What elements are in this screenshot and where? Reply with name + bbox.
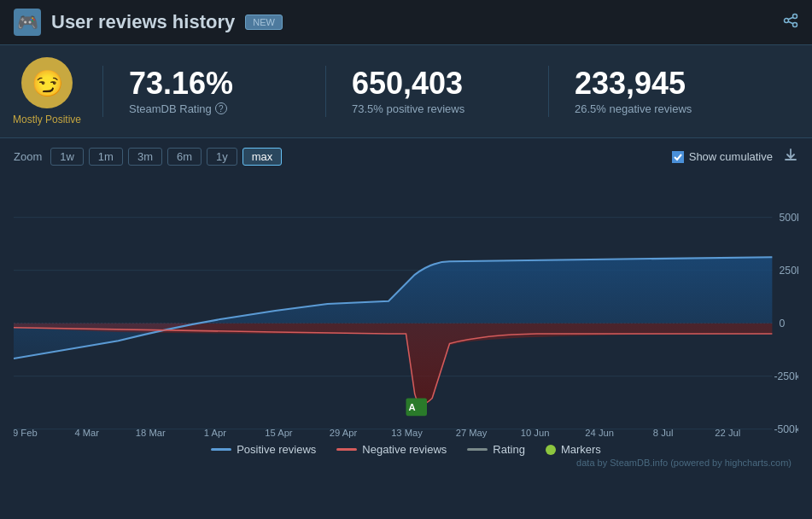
- info-icon[interactable]: ?: [215, 102, 227, 114]
- page-header: 🎮 User reviews history NEW: [0, 0, 812, 45]
- svg-text:29 Apr: 29 Apr: [330, 428, 358, 438]
- svg-point-0: [793, 15, 797, 19]
- cumulative-label: Show cumulative: [689, 150, 773, 163]
- download-icon[interactable]: [783, 147, 798, 166]
- svg-text:18 Mar: 18 Mar: [136, 428, 166, 438]
- chart-top-right: Show cumulative: [672, 147, 798, 166]
- steamdb-rating-label: SteamDB Rating ?: [129, 102, 300, 115]
- legend-negative-label: Negative reviews: [362, 443, 447, 456]
- positive-area: [14, 257, 772, 359]
- zoom-max[interactable]: max: [242, 148, 283, 166]
- svg-text:-500k: -500k: [774, 423, 798, 435]
- page-title: User reviews history: [51, 11, 235, 33]
- svg-point-2: [793, 23, 797, 27]
- chart-section: Zoom 1w 1m 3m 6m 1y max Show cumulative: [0, 138, 812, 476]
- zoom-3m[interactable]: 3m: [128, 148, 162, 166]
- stat-divider-1: [102, 66, 103, 117]
- negative-reviews-block: 233,945 26.5% negative reviews: [575, 68, 745, 115]
- svg-text:13 May: 13 May: [391, 428, 423, 438]
- positive-reviews-block: 650,403 73.5% positive reviews: [352, 68, 523, 115]
- svg-text:8 Jul: 8 Jul: [653, 428, 674, 438]
- zoom-label: Zoom: [14, 150, 42, 163]
- new-badge: NEW: [245, 15, 283, 30]
- chart-controls: Zoom 1w 1m 3m 6m 1y max Show cumulative: [14, 147, 798, 166]
- rating-label: Mostly Positive: [13, 114, 81, 125]
- svg-point-1: [785, 19, 789, 23]
- svg-text:-250k: -250k: [774, 370, 798, 382]
- stats-row: 😏 Mostly Positive 73.16% SteamDB Rating …: [0, 45, 812, 138]
- legend-markers-dot: [546, 445, 556, 455]
- share-icon[interactable]: [783, 13, 798, 32]
- rating-emoji: 😏: [21, 57, 73, 108]
- zoom-row: Zoom 1w 1m 3m 6m 1y max: [14, 148, 282, 166]
- legend-positive: Positive reviews: [211, 443, 316, 456]
- svg-text:10 Jun: 10 Jun: [521, 428, 550, 438]
- svg-text:0: 0: [780, 318, 786, 329]
- positive-count: 650,403: [352, 68, 523, 99]
- steamdb-rating-value: 73.16%: [129, 68, 300, 99]
- svg-text:19 Feb: 19 Feb: [14, 428, 38, 438]
- legend-markers-label: Markers: [561, 443, 601, 456]
- zoom-1y[interactable]: 1y: [207, 148, 237, 166]
- legend-rating: Rating: [467, 443, 525, 456]
- chart-container: 500k 250k 0 -250k -500k: [14, 173, 798, 438]
- svg-line-4: [788, 21, 793, 24]
- legend-negative-line: [336, 448, 357, 451]
- cumulative-checkbox[interactable]: [672, 151, 684, 163]
- legend-rating-label: Rating: [493, 443, 525, 456]
- rating-emoji-block: 😏 Mostly Positive: [17, 57, 77, 125]
- legend-markers: Markers: [546, 443, 601, 456]
- positive-pct-label: 73.5% positive reviews: [352, 102, 523, 115]
- svg-text:15 Apr: 15 Apr: [265, 428, 293, 438]
- zoom-1w[interactable]: 1w: [50, 148, 84, 166]
- svg-text:500k: 500k: [780, 212, 798, 224]
- show-cumulative-toggle[interactable]: Show cumulative: [672, 150, 773, 163]
- svg-text:4 Mar: 4 Mar: [74, 428, 99, 438]
- app-icon: 🎮: [14, 9, 41, 36]
- legend-positive-line: [211, 448, 231, 451]
- svg-text:A: A: [409, 402, 416, 412]
- stat-divider-2: [325, 66, 326, 117]
- legend-rating-line: [467, 448, 488, 451]
- legend-negative: Negative reviews: [336, 443, 447, 456]
- svg-line-3: [788, 17, 793, 20]
- zoom-6m[interactable]: 6m: [167, 148, 202, 166]
- svg-text:24 Jun: 24 Jun: [585, 428, 614, 438]
- svg-text:250k: 250k: [780, 265, 798, 277]
- negative-count: 233,945: [575, 68, 745, 99]
- svg-text:27 May: 27 May: [456, 428, 488, 438]
- chart-legend: Positive reviews Negative reviews Rating…: [14, 443, 798, 456]
- svg-text:1 Apr: 1 Apr: [204, 428, 226, 438]
- data-source: data by SteamDB.info (powered by highcha…: [14, 458, 798, 468]
- svg-text:22 Jul: 22 Jul: [715, 428, 740, 438]
- chart-svg: 500k 250k 0 -250k -500k: [14, 173, 798, 438]
- zoom-1m[interactable]: 1m: [89, 148, 123, 166]
- negative-pct-label: 26.5% negative reviews: [575, 102, 745, 115]
- steamdb-rating-block: 73.16% SteamDB Rating ?: [129, 68, 300, 115]
- stat-divider-3: [548, 66, 549, 117]
- legend-positive-label: Positive reviews: [237, 443, 316, 456]
